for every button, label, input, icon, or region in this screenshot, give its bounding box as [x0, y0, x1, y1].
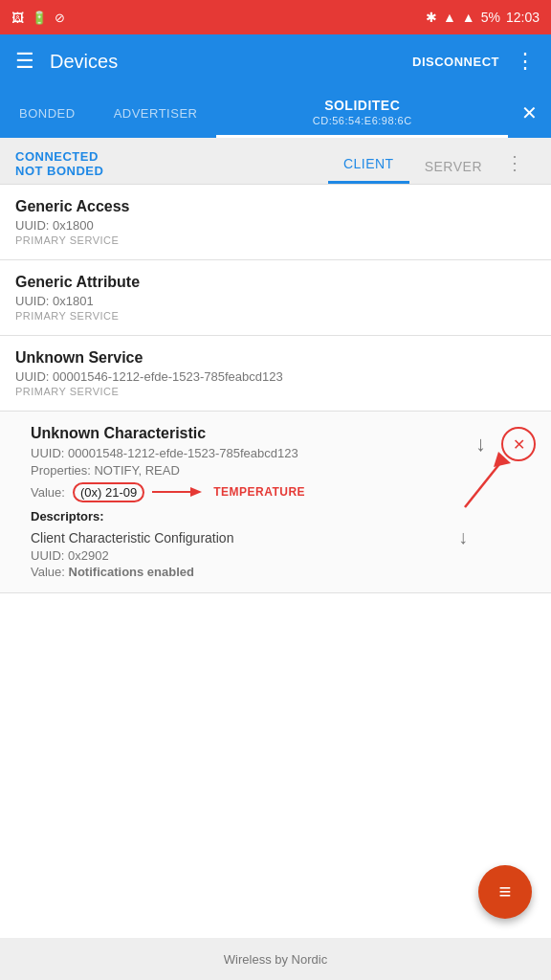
- connection-status: CONNECTED NOT BONDED: [15, 149, 328, 178]
- tab-bonded[interactable]: BONDED: [0, 88, 95, 138]
- annotation-arrow: [152, 480, 209, 503]
- toolbar: ☰ Devices DISCONNECT ⋮: [0, 34, 551, 88]
- char-notify-icon[interactable]: ✕: [501, 427, 536, 461]
- no-disturb-icon: ⊘: [55, 11, 65, 25]
- services-list: Generic Access UUID: 0x1800 PRIMARY SERV…: [0, 185, 551, 939]
- connected-text: CONNECTED: [15, 149, 328, 164]
- status-bar-right: ✱ ▲ ▲ 5% 12:03: [426, 10, 540, 25]
- service-type-generic-access: PRIMARY SERVICE: [15, 234, 536, 246]
- tab-server[interactable]: SERVER: [409, 151, 497, 184]
- descriptor-uuid: UUID: 0x2902: [31, 548, 475, 563]
- signal-icon: ▲: [462, 10, 475, 25]
- tab-client[interactable]: CLIENT: [328, 148, 409, 184]
- char-download-icon[interactable]: ↓: [475, 432, 486, 457]
- device-name: SOLIDITEC: [324, 98, 400, 113]
- menu-icon[interactable]: ☰: [15, 49, 34, 74]
- descriptor-download-icon[interactable]: ↓: [458, 526, 468, 548]
- service-uuid-unknown: UUID: 00001546-1212-efde-1523-785feabcd1…: [15, 369, 536, 384]
- char-value-hex: (0x) 21-09: [73, 482, 144, 502]
- char-uuid: UUID: 00001548-1212-efde-1523-785feabcd1…: [31, 446, 475, 460]
- service-uuid-generic-access: UUID: 0x1800: [15, 218, 536, 233]
- connected-banner: CONNECTED NOT BONDED CLIENT SERVER ⋮: [0, 138, 551, 185]
- status-bar: 🖼 🔋 ⊘ ✱ ▲ ▲ 5% 12:03: [0, 0, 551, 34]
- image-icon: 🖼: [11, 11, 24, 25]
- char-name: Unknown Characteristic: [31, 425, 475, 442]
- time: 12:03: [506, 10, 540, 25]
- char-value-row: Value: (0x) 21-09 TEMPERATURE: [31, 480, 475, 503]
- service-unknown: Unknown Service UUID: 00001546-1212-efde…: [0, 336, 551, 412]
- service-generic-access: Generic Access UUID: 0x1800 PRIMARY SERV…: [0, 185, 551, 260]
- close-device-tab-button[interactable]: ✕: [508, 88, 551, 138]
- bluetooth-icon: ✱: [426, 10, 437, 25]
- client-server-tabs: CLIENT SERVER ⋮: [328, 144, 536, 184]
- status-bar-left-icons: 🖼 🔋 ⊘: [11, 11, 65, 25]
- service-generic-attribute: Generic Attribute UUID: 0x1801 PRIMARY S…: [0, 260, 551, 336]
- close-icon: ✕: [521, 101, 538, 124]
- char-value-label: Value:: [31, 485, 65, 500]
- more-options-icon[interactable]: ⋮: [515, 49, 536, 74]
- service-type-generic-attribute: PRIMARY SERVICE: [15, 310, 536, 322]
- temperature-label: TEMPERATURE: [213, 485, 305, 499]
- disconnect-button[interactable]: DISCONNECT: [412, 55, 499, 69]
- descriptor-name: Client Characteristic Configuration ↓: [31, 526, 475, 548]
- service-uuid-generic-attribute: UUID: 0x1801: [15, 294, 536, 308]
- descriptor-value-row: Value: Notifications enabled: [31, 565, 475, 579]
- fab-icon: ≡: [499, 880, 512, 904]
- characteristic-unknown: Unknown Characteristic UUID: 00001548-12…: [0, 412, 551, 593]
- fab-button[interactable]: ≡: [478, 865, 532, 919]
- service-type-unknown: PRIMARY SERVICE: [15, 386, 536, 397]
- wifi-icon: ▲: [443, 10, 456, 25]
- tab-soliditec[interactable]: SOLIDITEC CD:56:54:E6:98:6C: [216, 88, 508, 138]
- sub-tab-more-icon[interactable]: ⋮: [497, 144, 536, 184]
- toolbar-title: Devices: [50, 51, 412, 73]
- svg-marker-1: [190, 487, 202, 497]
- service-name-generic-attribute: Generic Attribute: [15, 274, 536, 291]
- device-address: CD:56:54:E6:98:6C: [313, 115, 412, 126]
- char-descriptors-label: Descriptors:: [31, 509, 475, 523]
- char-properties: Properties: NOTIFY, READ: [31, 463, 475, 478]
- battery-saver-icon: 🔋: [32, 11, 47, 25]
- bottom-bar: Wireless by Nordic: [0, 938, 551, 980]
- battery-percent: 5%: [481, 10, 500, 25]
- char-action-icons: ↓ ✕: [475, 425, 536, 461]
- tab-advertiser[interactable]: ADVERTISER: [95, 88, 217, 138]
- not-bonded-text: NOT BONDED: [15, 164, 328, 178]
- service-name-unknown: Unknown Service: [15, 349, 536, 367]
- brand-label: Wireless by Nordic: [224, 952, 327, 967]
- device-tabs-row: BONDED ADVERTISER SOLIDITEC CD:56:54:E6:…: [0, 88, 551, 138]
- service-name-generic-access: Generic Access: [15, 198, 536, 215]
